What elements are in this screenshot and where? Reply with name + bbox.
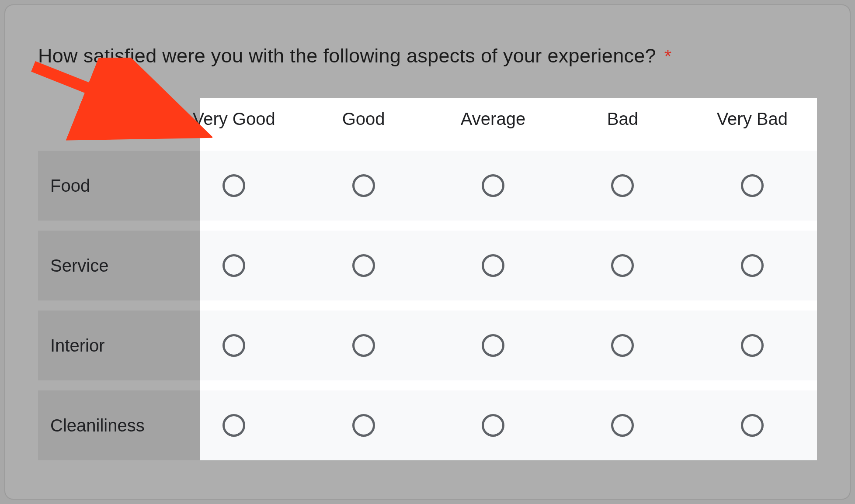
radio-cleanliness-very-good[interactable] bbox=[169, 414, 299, 437]
radio-icon bbox=[222, 334, 245, 357]
radio-service-average[interactable] bbox=[428, 254, 558, 277]
radio-cleanliness-average[interactable] bbox=[428, 414, 558, 437]
required-asterisk: * bbox=[664, 46, 672, 66]
column-header-good: Good bbox=[299, 109, 428, 129]
row-gap bbox=[38, 380, 817, 390]
row-label-interior: Interior bbox=[38, 336, 169, 356]
radio-food-very-bad[interactable] bbox=[688, 174, 817, 197]
matrix-header-row: Very Good Good Average Bad Very Bad bbox=[38, 102, 817, 151]
radio-food-good[interactable] bbox=[299, 174, 428, 197]
table-row: Service bbox=[38, 231, 817, 300]
radio-food-bad[interactable] bbox=[558, 174, 687, 197]
radio-icon bbox=[611, 414, 634, 437]
radio-icon bbox=[482, 174, 504, 197]
matrix-grid-wrapper: Very Good Good Average Bad Very Bad Food… bbox=[38, 102, 817, 460]
table-row: Food bbox=[38, 151, 817, 221]
radio-icon bbox=[222, 414, 245, 437]
table-row: Cleaniliness bbox=[38, 390, 817, 460]
radio-interior-average[interactable] bbox=[428, 334, 558, 357]
radio-icon bbox=[352, 334, 375, 357]
column-header-average: Average bbox=[428, 109, 558, 129]
table-row: Interior bbox=[38, 311, 817, 380]
radio-icon bbox=[482, 334, 504, 357]
radio-interior-very-good[interactable] bbox=[169, 334, 299, 357]
radio-icon bbox=[352, 174, 375, 197]
radio-icon bbox=[611, 334, 634, 357]
row-label-service: Service bbox=[38, 256, 169, 276]
column-header-very-bad: Very Bad bbox=[688, 109, 817, 129]
column-header-bad: Bad bbox=[558, 109, 687, 129]
row-label-food: Food bbox=[38, 176, 169, 196]
radio-cleanliness-good[interactable] bbox=[299, 414, 428, 437]
question-title-text: How satisfied were you with the followin… bbox=[38, 45, 656, 67]
radio-icon bbox=[741, 414, 764, 437]
row-gap bbox=[38, 300, 817, 311]
radio-service-very-good[interactable] bbox=[169, 254, 299, 277]
radio-icon bbox=[222, 174, 245, 197]
radio-service-very-bad[interactable] bbox=[688, 254, 817, 277]
radio-interior-bad[interactable] bbox=[558, 334, 687, 357]
column-header-very-good: Very Good bbox=[169, 109, 299, 129]
radio-icon bbox=[482, 254, 504, 277]
radio-icon bbox=[352, 254, 375, 277]
radio-service-bad[interactable] bbox=[558, 254, 687, 277]
row-label-cleanliness: Cleaniliness bbox=[38, 416, 169, 435]
radio-food-average[interactable] bbox=[428, 174, 558, 197]
question-title: How satisfied were you with the followin… bbox=[38, 45, 817, 67]
row-gap bbox=[38, 221, 817, 231]
matrix-grid: Very Good Good Average Bad Very Bad Food… bbox=[38, 102, 817, 460]
radio-icon bbox=[741, 254, 764, 277]
radio-interior-good[interactable] bbox=[299, 334, 428, 357]
radio-cleanliness-very-bad[interactable] bbox=[688, 414, 817, 437]
radio-interior-very-bad[interactable] bbox=[688, 334, 817, 357]
radio-cleanliness-bad[interactable] bbox=[558, 414, 687, 437]
radio-icon bbox=[611, 254, 634, 277]
radio-icon bbox=[611, 174, 634, 197]
radio-icon bbox=[741, 174, 764, 197]
radio-icon bbox=[352, 414, 375, 437]
radio-service-good[interactable] bbox=[299, 254, 428, 277]
radio-icon bbox=[741, 334, 764, 357]
survey-question-card: How satisfied were you with the followin… bbox=[4, 4, 851, 500]
radio-icon bbox=[482, 414, 504, 437]
radio-icon bbox=[222, 254, 245, 277]
radio-food-very-good[interactable] bbox=[169, 174, 299, 197]
